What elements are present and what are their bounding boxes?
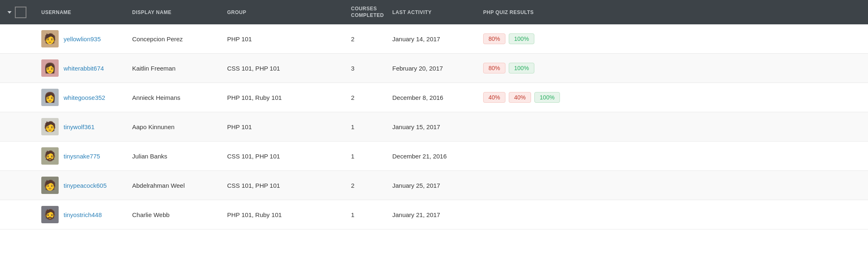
- table-row: 🧑 yellowlion935 Concepcion PerezPHP 1012…: [0, 24, 868, 54]
- table-row: 🧔 tinysnake775 Julian BanksCSS 101, PHP …: [0, 142, 868, 171]
- row-checkbox-cell: [0, 171, 34, 200]
- table-row: 🧑 tinypeacock605 Abdelrahman WeelCSS 101…: [0, 171, 868, 200]
- last-activity-cell: January 14, 2017: [385, 24, 476, 54]
- row-checkbox-cell: [0, 83, 34, 112]
- quiz-results-cell: 40%40%100%: [476, 83, 868, 112]
- avatar: 🧔: [41, 206, 59, 223]
- username-cell: 🧔 tinyostrich448: [34, 200, 125, 229]
- display-name-cell: Charlie Webb: [125, 200, 220, 229]
- last-activity-cell: January 25, 2017: [385, 171, 476, 200]
- group-cell: CSS 101, PHP 101: [220, 171, 344, 200]
- courses-completed-cell: 1: [344, 200, 385, 229]
- quiz-results-cell: [476, 171, 868, 200]
- courses-completed-cell: 2: [344, 83, 385, 112]
- sort-down-icon: [7, 11, 12, 14]
- quiz-badge: 100%: [534, 92, 560, 103]
- avatar: 🧔: [41, 147, 59, 165]
- php-quiz-results-column-header[interactable]: PHP QUIZ RESULTS: [476, 0, 868, 24]
- quiz-badge: 40%: [509, 92, 531, 103]
- row-checkbox-cell: [0, 54, 34, 83]
- table-row: 🧔 tinyostrich448 Charlie WebbPHP 101, Ru…: [0, 200, 868, 229]
- quiz-results-cell: [476, 112, 868, 142]
- group-cell: PHP 101, Ruby 101: [220, 83, 344, 112]
- avatar: 👩: [41, 59, 59, 77]
- avatar: 🧑: [41, 177, 59, 194]
- username-cell: 👩 whitegoose352: [34, 83, 125, 112]
- avatar: 👩: [41, 89, 59, 106]
- display-name-cell: Julian Banks: [125, 142, 220, 171]
- group-column-header[interactable]: GROUP: [220, 0, 344, 24]
- avatar: 🧑: [41, 118, 59, 135]
- display-name-cell: Kaitlin Freeman: [125, 54, 220, 83]
- group-cell: CSS 101, PHP 101: [220, 54, 344, 83]
- username-text[interactable]: whitegoose352: [64, 94, 105, 101]
- avatar: 🧑: [41, 30, 59, 47]
- last-activity-cell: December 21, 2016: [385, 142, 476, 171]
- quiz-badge: 40%: [483, 92, 505, 103]
- courses-completed-cell: 3: [344, 54, 385, 83]
- quiz-results-cell: [476, 142, 868, 171]
- sort-column-header[interactable]: [0, 0, 34, 24]
- group-cell: PHP 101: [220, 24, 344, 54]
- quiz-results-cell: [476, 200, 868, 229]
- quiz-badge: 80%: [483, 33, 505, 44]
- courses-completed-cell: 1: [344, 112, 385, 142]
- quiz-badge: 80%: [483, 63, 505, 73]
- username-cell: 👩 whiterabbit674: [34, 54, 125, 83]
- group-cell: PHP 101, Ruby 101: [220, 200, 344, 229]
- username-column-header[interactable]: USERNAME: [34, 0, 125, 24]
- display-name-cell: Abdelrahman Weel: [125, 171, 220, 200]
- quiz-badge: 100%: [509, 33, 534, 44]
- users-table: USERNAME DISPLAY NAME GROUP COURSES COMP…: [0, 0, 868, 229]
- users-table-container: USERNAME DISPLAY NAME GROUP COURSES COMP…: [0, 0, 868, 229]
- username-text[interactable]: tinysnake775: [64, 153, 100, 160]
- group-cell: PHP 101: [220, 112, 344, 142]
- username-text[interactable]: tinypeacock605: [64, 182, 107, 189]
- courses-completed-cell: 2: [344, 171, 385, 200]
- row-checkbox-cell: [0, 24, 34, 54]
- table-header-row: USERNAME DISPLAY NAME GROUP COURSES COMP…: [0, 0, 868, 24]
- username-text[interactable]: tinywolf361: [64, 123, 95, 130]
- last-activity-cell: January 21, 2017: [385, 200, 476, 229]
- username-cell: 🧑 tinywolf361: [34, 112, 125, 142]
- quiz-badge: 100%: [509, 63, 534, 73]
- courses-completed-cell: 2: [344, 24, 385, 54]
- select-all-checkbox[interactable]: [15, 7, 26, 18]
- username-cell: 🧔 tinysnake775: [34, 142, 125, 171]
- last-activity-cell: January 15, 2017: [385, 112, 476, 142]
- row-checkbox-cell: [0, 112, 34, 142]
- table-row: 🧑 tinywolf361 Aapo KinnunenPHP 1011Janua…: [0, 112, 868, 142]
- row-checkbox-cell: [0, 142, 34, 171]
- group-cell: CSS 101, PHP 101: [220, 142, 344, 171]
- last-activity-cell: February 20, 2017: [385, 54, 476, 83]
- username-cell: 🧑 yellowlion935: [34, 24, 125, 54]
- username-text[interactable]: whiterabbit674: [64, 65, 104, 72]
- display-name-column-header[interactable]: DISPLAY NAME: [125, 0, 220, 24]
- display-name-cell: Annieck Heimans: [125, 83, 220, 112]
- quiz-results-cell: 80%100%: [476, 54, 868, 83]
- courses-completed-cell: 1: [344, 142, 385, 171]
- display-name-cell: Concepcion Perez: [125, 24, 220, 54]
- last-activity-column-header[interactable]: LAST ACTIVITY: [385, 0, 476, 24]
- quiz-results-cell: 80%100%: [476, 24, 868, 54]
- username-text[interactable]: tinyostrich448: [64, 211, 102, 218]
- last-activity-cell: December 8, 2016: [385, 83, 476, 112]
- username-cell: 🧑 tinypeacock605: [34, 171, 125, 200]
- row-checkbox-cell: [0, 200, 34, 229]
- display-name-cell: Aapo Kinnunen: [125, 112, 220, 142]
- table-row: 👩 whitegoose352 Annieck HeimansPHP 101, …: [0, 83, 868, 112]
- username-text[interactable]: yellowlion935: [64, 35, 101, 43]
- table-row: 👩 whiterabbit674 Kaitlin FreemanCSS 101,…: [0, 54, 868, 83]
- courses-completed-column-header[interactable]: COURSES COMPLETED: [344, 0, 385, 24]
- table-body: 🧑 yellowlion935 Concepcion PerezPHP 1012…: [0, 24, 868, 229]
